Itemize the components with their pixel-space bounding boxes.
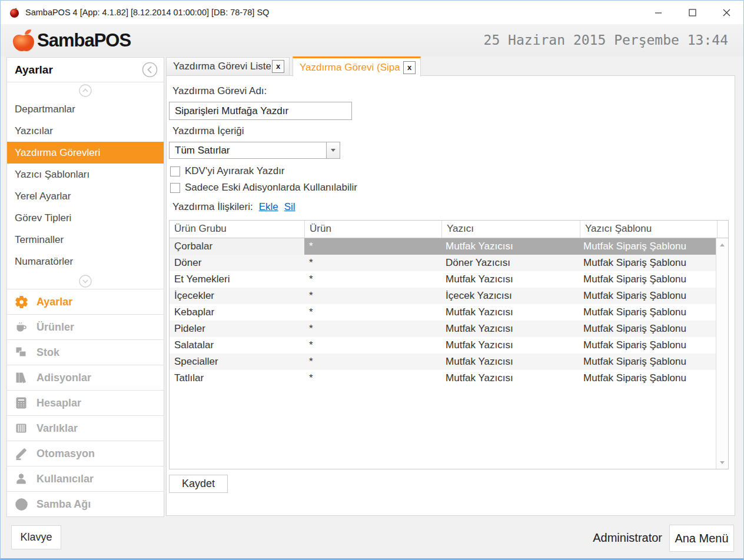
task-name-input[interactable] bbox=[169, 102, 352, 120]
column-header-r-n-grubu[interactable]: Ürün Grubu bbox=[170, 221, 305, 238]
sidebar-item-terminaller[interactable]: Terminaller bbox=[7, 229, 164, 251]
table-cell[interactable]: Mutfak Sipariş Şablonu bbox=[579, 339, 728, 351]
sidebar-category-samba-a[interactable]: Samba Ağı bbox=[7, 491, 164, 516]
task-name-label: Yazdırma Görevi Adı: bbox=[172, 85, 267, 97]
brand-name: SambaPOS bbox=[37, 30, 131, 51]
table-cell[interactable]: Salatalar bbox=[170, 339, 304, 351]
sidebar-category-r-nler[interactable]: Ürünler bbox=[7, 314, 164, 339]
table-cell[interactable]: Mutfak Yazıcısı bbox=[441, 356, 579, 368]
maximize-icon[interactable] bbox=[675, 1, 709, 24]
table-cell[interactable]: Çorbalar bbox=[170, 238, 304, 255]
table-cell[interactable]: * bbox=[304, 323, 441, 335]
table-row[interactable]: Tatlılar*Mutfak YazıcısıMutfak Sipariş Ş… bbox=[170, 370, 728, 386]
table-cell[interactable]: * bbox=[304, 241, 441, 252]
table-cell[interactable]: Mutfak Sipariş Şablonu bbox=[579, 257, 728, 269]
table-cell[interactable]: Mutfak Yazıcısı bbox=[441, 339, 579, 351]
add-relation-link[interactable]: Ekle bbox=[259, 201, 278, 213]
sidebar-item-g-rev-tipleri[interactable]: Görev Tipleri bbox=[7, 207, 164, 229]
tab-yazd-rma-g-revi-liste[interactable]: Yazdırma Görevi Listex bbox=[166, 57, 290, 76]
table-cell[interactable]: Mutfak Yazıcısı bbox=[441, 323, 579, 335]
table-cell[interactable]: Mutfak Yazıcısı bbox=[441, 372, 579, 384]
table-cell[interactable]: Mutfak Sipariş Şablonu bbox=[579, 356, 728, 368]
sidebar-category-hesaplar[interactable]: Hesaplar bbox=[7, 390, 164, 415]
table-row[interactable]: Specialler*Mutfak YazıcısıMutfak Sipariş… bbox=[170, 354, 728, 370]
titlebar: SambaPOS 4 [App: 4.1.82] [8.12.2014 01:0… bbox=[1, 1, 743, 24]
table-cell[interactable]: Mutfak Sipariş Şablonu bbox=[579, 241, 728, 252]
sidebar-category-stok[interactable]: Stok bbox=[7, 339, 164, 365]
old-tickets-checkbox-row[interactable]: Sadece Eski Adisyonlarda Kullanılabilir bbox=[170, 182, 357, 194]
tab-close-icon[interactable]: x bbox=[403, 61, 416, 74]
sidebar-category-varl-klar[interactable]: Varlıklar bbox=[7, 415, 164, 441]
back-icon[interactable] bbox=[142, 62, 158, 78]
table-cell[interactable]: İçecekler bbox=[170, 290, 304, 302]
table-row[interactable]: Kebaplar*Mutfak YazıcısıMutfak Sipariş Ş… bbox=[170, 304, 728, 321]
table-cell[interactable]: * bbox=[304, 274, 441, 285]
print-job-editor: Yazdırma Görevi Adı: Yazdırma İçeriği Tü… bbox=[166, 75, 735, 516]
table-row[interactable]: Pideler*Mutfak YazıcısıMutfak Sipariş Şa… bbox=[170, 321, 728, 337]
main-menu-button[interactable]: Ana Menü bbox=[669, 525, 734, 552]
table-row[interactable]: İçecekler*İçecek YazıcısıMutfak Sipariş … bbox=[170, 288, 728, 304]
table-row[interactable]: Et Yemekleri*Mutfak YazıcısıMutfak Sipar… bbox=[170, 271, 728, 288]
table-cell[interactable]: Mutfak Sipariş Şablonu bbox=[579, 306, 728, 318]
sidebar-item-numarat-rler[interactable]: Numaratörler bbox=[7, 251, 164, 272]
sidebar-category-adisyonlar[interactable]: Adisyonlar bbox=[7, 365, 164, 390]
close-icon[interactable] bbox=[709, 1, 743, 24]
sidebar-item-yaz-c-lar[interactable]: Yazıcılar bbox=[7, 120, 164, 142]
table-cell[interactable]: Mutfak Sipariş Şablonu bbox=[579, 290, 728, 302]
sidebar-item-departmanlar[interactable]: Departmanlar bbox=[7, 98, 164, 120]
column-header-yaz-c-ablonu[interactable]: Yazıcı Şablonu bbox=[580, 221, 718, 238]
scroll-up-icon[interactable] bbox=[79, 84, 92, 97]
table-cell[interactable]: Döner Yazıcısı bbox=[441, 257, 579, 269]
keyboard-button[interactable]: Klavye bbox=[11, 525, 61, 549]
table-cell[interactable]: Kebaplar bbox=[170, 306, 304, 318]
scrollbar-up-icon[interactable] bbox=[716, 239, 728, 250]
print-relations-table: Ürün GrubuÜrünYazıcıYazıcı Şablonu Çorba… bbox=[169, 220, 729, 469]
minimize-icon[interactable] bbox=[641, 1, 675, 24]
table-row[interactable]: Döner*Döner YazıcısıMutfak Sipariş Şablo… bbox=[170, 255, 728, 271]
scroll-down-icon[interactable] bbox=[79, 275, 92, 288]
print-content-select[interactable]: Tüm Satırlar bbox=[169, 142, 340, 159]
print-content-label: Yazdırma İçeriği bbox=[172, 125, 244, 137]
tab-yazd-rma-g-revi-sipa[interactable]: Yazdırma Görevi (Sipax bbox=[293, 56, 421, 76]
tab-close-icon[interactable]: x bbox=[272, 60, 284, 73]
table-cell[interactable]: Et Yemekleri bbox=[170, 274, 304, 285]
save-button[interactable]: Kaydet bbox=[169, 475, 228, 493]
app-apple-icon bbox=[9, 7, 20, 18]
table-cell[interactable]: Pideler bbox=[170, 323, 304, 335]
table-cell[interactable]: * bbox=[304, 356, 441, 368]
table-cell[interactable]: Mutfak Yazıcısı bbox=[441, 241, 579, 252]
table-cell[interactable]: Mutfak Yazıcısı bbox=[441, 306, 579, 318]
table-cell[interactable]: * bbox=[304, 372, 441, 384]
sidebar-category-kullan-c-lar[interactable]: Kullanıcılar bbox=[7, 466, 164, 491]
table-cell[interactable]: * bbox=[304, 339, 441, 351]
vat-checkbox-row[interactable]: KDV'yi Ayırarak Yazdır bbox=[170, 165, 285, 177]
table-scrollbar[interactable] bbox=[716, 238, 728, 469]
table-cell[interactable]: Mutfak Sipariş Şablonu bbox=[579, 323, 728, 335]
table-cell[interactable]: Mutfak Sipariş Şablonu bbox=[579, 274, 728, 285]
table-cell[interactable]: İçecek Yazıcısı bbox=[441, 290, 579, 302]
sidebar-item-yazd-rma-g-revleri[interactable]: Yazdırma Görevleri bbox=[7, 142, 164, 164]
sidebar-category-ayarlar[interactable]: Ayarlar bbox=[7, 289, 164, 314]
column-header-r-n[interactable]: Ürün bbox=[305, 221, 442, 238]
sidebar-item-yaz-c-ablonlar[interactable]: Yazıcı Şablonları bbox=[7, 164, 164, 185]
sidebar-item-yerel-ayarlar[interactable]: Yerel Ayarlar bbox=[7, 185, 164, 207]
table-cell[interactable]: Specialler bbox=[170, 356, 304, 368]
sidebar-category-label: Ayarlar bbox=[36, 296, 72, 308]
table-cell[interactable]: Mutfak Sipariş Şablonu bbox=[579, 372, 728, 384]
table-cell[interactable]: Tatlılar bbox=[170, 372, 304, 384]
table-cell[interactable]: * bbox=[304, 290, 441, 302]
table-cell[interactable]: * bbox=[304, 306, 441, 318]
chevron-down-icon[interactable] bbox=[326, 142, 340, 158]
old-tickets-checkbox[interactable] bbox=[170, 183, 180, 193]
table-cell[interactable]: * bbox=[304, 257, 441, 269]
scrollbar-down-icon[interactable] bbox=[716, 457, 728, 468]
table-cell[interactable]: Mutfak Yazıcısı bbox=[441, 274, 579, 285]
delete-relation-link[interactable]: Sil bbox=[284, 201, 295, 213]
column-header-yaz-c[interactable]: Yazıcı bbox=[442, 221, 580, 238]
table-row[interactable]: Salatalar*Mutfak YazıcısıMutfak Sipariş … bbox=[170, 337, 728, 354]
table-row[interactable]: Çorbalar*Mutfak YazıcısıMutfak Sipariş Ş… bbox=[170, 238, 728, 255]
cup-icon bbox=[14, 319, 29, 335]
vat-checkbox[interactable] bbox=[170, 166, 180, 176]
sidebar-category-otomasyon[interactable]: Otomasyon bbox=[7, 441, 164, 466]
table-cell[interactable]: Döner bbox=[170, 257, 304, 269]
